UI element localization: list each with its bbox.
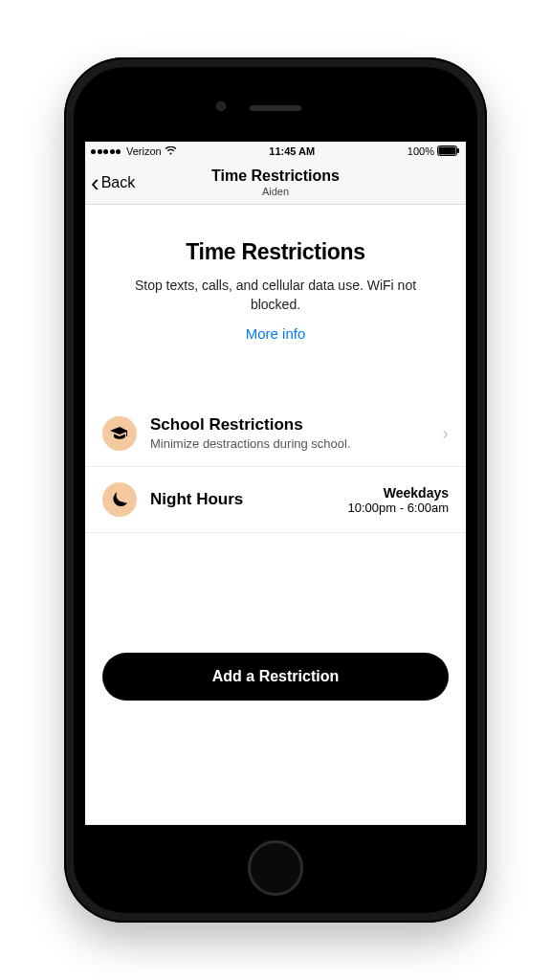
row-title: School Restrictions: [150, 415, 425, 434]
row-right: Weekdays 10:00pm - 6:00am: [347, 485, 449, 515]
spacer: [85, 362, 466, 400]
signal-dots-icon: [91, 149, 121, 154]
chevron-right-icon: ›: [442, 422, 449, 444]
chevron-left-icon: ‹: [91, 170, 99, 195]
battery-icon: [437, 145, 460, 158]
nav-title: Time Restrictions: [211, 167, 340, 185]
status-time: 11:45 AM: [269, 145, 315, 157]
schedule-hours: 10:00pm - 6:00am: [347, 501, 449, 515]
schedule-days: Weekdays: [347, 485, 449, 501]
back-label: Back: [101, 174, 136, 191]
svg-rect-1: [438, 146, 455, 154]
row-title: Night Hours: [150, 490, 334, 509]
status-bar: Verizon 11:45 AM 100%: [85, 142, 466, 161]
carrier-label: Verizon: [126, 145, 162, 157]
phone-inner: Verizon 11:45 AM 100% ‹ Back: [74, 67, 477, 913]
page-description: Stop texts, calls, and cellular data use…: [112, 277, 439, 314]
row-subtitle: Minimize destractions during school.: [150, 436, 425, 451]
nav-bar: ‹ Back Time Restrictions Aiden: [85, 161, 466, 205]
graduation-cap-icon: [102, 416, 137, 451]
more-info-link[interactable]: More info: [246, 325, 306, 342]
add-restriction-button[interactable]: Add a Restriction: [102, 653, 449, 701]
page-title: Time Restrictions: [112, 239, 439, 265]
phone-camera: [216, 101, 226, 111]
nav-subtitle: Aiden: [211, 186, 340, 198]
row-night-hours[interactable]: Night Hours Weekdays 10:00pm - 6:00am: [85, 467, 466, 533]
phone-frame: Verizon 11:45 AM 100% ‹ Back: [64, 57, 487, 923]
back-button[interactable]: ‹ Back: [91, 161, 135, 204]
nav-title-block: Time Restrictions Aiden: [211, 167, 340, 197]
footer-area: Add a Restriction: [85, 653, 466, 825]
battery-label: 100%: [408, 145, 434, 157]
status-left: Verizon: [91, 145, 177, 157]
moon-icon: [102, 482, 137, 517]
screen: Verizon 11:45 AM 100% ‹ Back: [85, 142, 466, 825]
wifi-icon: [165, 145, 177, 157]
svg-rect-2: [457, 148, 459, 153]
content: Time Restrictions Stop texts, calls, and…: [85, 205, 466, 825]
phone-speaker: [250, 105, 301, 111]
home-button[interactable]: [248, 840, 303, 896]
row-school-restrictions[interactable]: School Restrictions Minimize destraction…: [85, 400, 466, 467]
row-body: School Restrictions Minimize destraction…: [150, 415, 425, 451]
status-right: 100%: [408, 145, 460, 158]
hero: Time Restrictions Stop texts, calls, and…: [85, 205, 466, 362]
row-body: Night Hours: [150, 490, 334, 509]
